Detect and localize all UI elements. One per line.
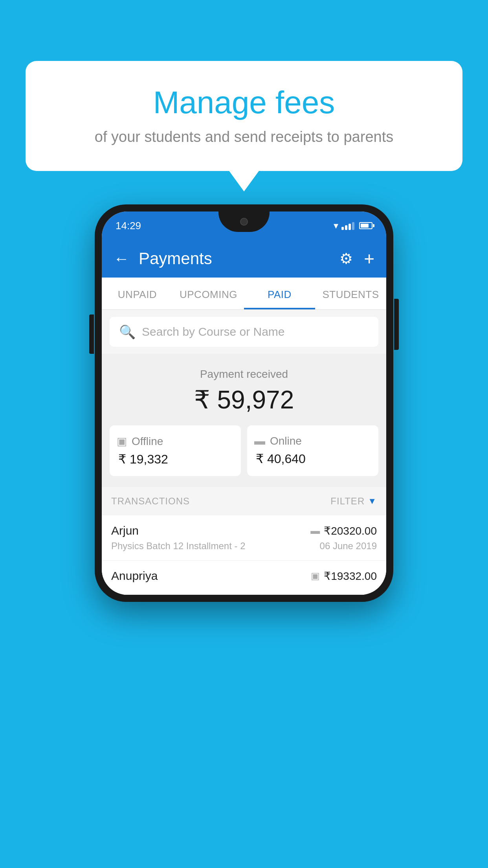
- offline-icon: ▣: [117, 435, 127, 448]
- tab-students[interactable]: STUDENTS: [315, 278, 386, 309]
- app-header: ← Payments ⚙ +: [102, 240, 386, 278]
- speech-bubble-container: Manage fees of your students and send re…: [26, 61, 462, 171]
- header-title: Payments: [139, 249, 339, 268]
- transaction-amount-row: ▣ ₹19332.00: [311, 570, 377, 583]
- status-icons: ▾: [334, 220, 372, 231]
- online-amount: ₹ 40,640: [254, 451, 306, 466]
- transaction-amount-row: ▬ ₹20320.00: [310, 524, 377, 537]
- filter-label: FILTER: [330, 496, 365, 507]
- online-card: ▬ Online ₹ 40,640: [247, 425, 378, 476]
- transaction-date: 06 June 2019: [320, 541, 377, 552]
- back-button[interactable]: ←: [114, 250, 129, 268]
- tabs-bar: UNPAID UPCOMING PAID STUDENTS: [102, 278, 386, 310]
- transaction-amount: ₹20320.00: [324, 524, 377, 537]
- signal-bar-1: [341, 227, 344, 230]
- transactions-label: TRANSACTIONS: [111, 496, 190, 507]
- transaction-amount: ₹19332.00: [324, 570, 377, 583]
- signal-bars: [341, 221, 354, 230]
- payment-received-label: Payment received: [110, 368, 378, 381]
- gear-icon[interactable]: ⚙: [339, 250, 353, 267]
- online-label: Online: [270, 435, 302, 447]
- signal-bar-3: [349, 224, 351, 230]
- search-icon: 🔍: [119, 324, 136, 340]
- card-payment-icon: ▬: [310, 525, 320, 536]
- online-card-header: ▬ Online: [254, 435, 302, 447]
- camera-dot: [240, 218, 248, 226]
- status-bar: 14:29 ▾: [102, 211, 386, 240]
- transaction-top: Arjun ▬ ₹20320.00: [111, 524, 377, 537]
- bubble-title: Manage fees: [53, 85, 435, 121]
- transactions-header: TRANSACTIONS FILTER ▼: [102, 487, 386, 515]
- offline-amount: ₹ 19,332: [117, 452, 168, 467]
- search-input[interactable]: Search by Course or Name: [142, 325, 285, 338]
- payment-summary: Payment received ₹ 59,972 ▣ Offline ₹ 19…: [102, 354, 386, 487]
- phone-container: 14:29 ▾: [95, 204, 393, 602]
- transaction-top: Anupriya ▣ ₹19332.00: [111, 569, 377, 583]
- filter-icon: ▼: [368, 496, 377, 506]
- status-time: 14:29: [116, 220, 141, 232]
- payment-cards: ▣ Offline ₹ 19,332 ▬ Online ₹ 40,640: [110, 425, 378, 476]
- transaction-bottom: Physics Batch 12 Installment - 2 06 June…: [111, 541, 377, 552]
- tab-unpaid[interactable]: UNPAID: [102, 278, 173, 309]
- tab-paid[interactable]: PAID: [244, 278, 315, 309]
- phone-outer: 14:29 ▾: [95, 204, 393, 602]
- offline-card: ▣ Offline ₹ 19,332: [110, 425, 241, 476]
- transaction-row[interactable]: Arjun ▬ ₹20320.00 Physics Batch 12 Insta…: [102, 515, 386, 561]
- transaction-course: Physics Batch 12 Installment - 2: [111, 541, 245, 552]
- bubble-subtitle: of your students and send receipts to pa…: [53, 129, 435, 145]
- signal-bar-4: [352, 222, 354, 230]
- tab-upcoming[interactable]: UPCOMING: [173, 278, 244, 309]
- transaction-name: Anupriya: [111, 569, 158, 583]
- search-container: 🔍 Search by Course or Name: [102, 310, 386, 354]
- filter-button[interactable]: FILTER ▼: [330, 496, 377, 507]
- transaction-name: Arjun: [111, 524, 139, 537]
- online-icon: ▬: [254, 435, 265, 447]
- offline-label: Offline: [132, 435, 163, 448]
- offline-payment-icon: ▣: [311, 570, 320, 581]
- battery-fill: [361, 224, 369, 228]
- add-button[interactable]: +: [364, 248, 374, 269]
- signal-bar-2: [345, 225, 347, 230]
- notch-cutout: [218, 211, 270, 232]
- wifi-icon: ▾: [334, 220, 338, 231]
- payment-total-amount: ₹ 59,972: [110, 385, 378, 414]
- search-bar[interactable]: 🔍 Search by Course or Name: [110, 317, 378, 347]
- transaction-row[interactable]: Anupriya ▣ ₹19332.00: [102, 561, 386, 595]
- offline-card-header: ▣ Offline: [117, 435, 163, 448]
- phone-screen: 14:29 ▾: [102, 211, 386, 595]
- battery-icon: [359, 222, 372, 229]
- speech-bubble: Manage fees of your students and send re…: [26, 61, 462, 171]
